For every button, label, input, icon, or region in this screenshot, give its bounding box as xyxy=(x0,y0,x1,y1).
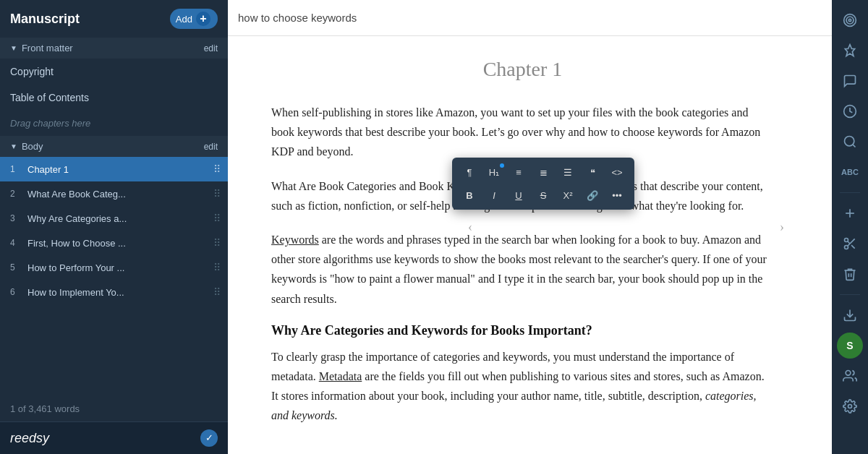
trash-icon-btn[interactable] xyxy=(837,261,863,287)
pin-icon-btn[interactable] xyxy=(837,38,863,64)
drag-handle-2[interactable]: ⠿ xyxy=(213,188,221,200)
float-toolbar-row-2: B I U S X² 🔗 ••• xyxy=(458,185,629,205)
next-arrow[interactable]: › xyxy=(771,209,793,245)
content-area: Chapter 1 When self-publishing in stores… xyxy=(228,36,832,454)
chapter-item-4[interactable]: 4 First, How to Choose ... ⠿ xyxy=(0,231,228,255)
paragraph-1: When self-publishing in stores like Amaz… xyxy=(271,103,774,162)
heading1-btn[interactable]: H₁ xyxy=(482,162,506,182)
target-icon-btn[interactable] xyxy=(837,7,863,33)
more-btn[interactable]: ••• xyxy=(605,185,629,205)
divider-1 xyxy=(840,192,860,193)
plus-icon-btn[interactable] xyxy=(837,200,863,226)
search-icon-btn[interactable] xyxy=(837,129,863,155)
chapter-item-1[interactable]: 1 Chapter 1 ⠿ xyxy=(0,157,228,181)
abc-icon-btn[interactable]: ABC xyxy=(837,159,863,185)
italic-btn[interactable]: I xyxy=(482,185,506,205)
chapter-item-6[interactable]: 6 How to Implement Yo... ⠿ xyxy=(0,280,228,304)
superscript-btn[interactable]: X² xyxy=(556,185,579,205)
front-matter-label: Front matter xyxy=(22,43,73,53)
gear-icon-btn[interactable] xyxy=(837,393,863,419)
add-button[interactable]: Add + xyxy=(170,9,218,29)
prev-arrow[interactable]: ‹ xyxy=(459,209,481,245)
front-matter-edit[interactable]: edit xyxy=(204,43,218,53)
users-icon-btn[interactable] xyxy=(837,363,863,389)
code-btn[interactable]: <> xyxy=(605,162,629,182)
svg-point-8 xyxy=(845,239,848,242)
add-label: Add xyxy=(176,14,192,25)
paragraph-btn[interactable]: ¶ xyxy=(458,162,481,182)
chapter-list: 1 Chapter 1 ⠿ 2 What Are Book Categ... ⠿… xyxy=(0,157,228,396)
search-toolbar xyxy=(228,0,832,36)
plus-icon: + xyxy=(196,12,210,26)
svg-point-9 xyxy=(845,246,848,249)
svg-point-4 xyxy=(845,137,854,146)
reedsy-logo: reedsy xyxy=(10,431,49,446)
bold-btn[interactable]: B xyxy=(458,185,481,205)
svg-point-14 xyxy=(846,371,851,376)
underline-btn[interactable]: U xyxy=(507,185,530,205)
body-label: Body xyxy=(22,141,43,152)
keywords-link: Keywords xyxy=(271,234,319,246)
svg-point-2 xyxy=(848,19,851,21)
svg-line-5 xyxy=(853,145,856,147)
chapter-item-3[interactable]: 3 Why Are Categories a... ⠿ xyxy=(0,206,228,231)
chapter-heading: Chapter 1 xyxy=(271,58,774,81)
body-collapse-icon: ▼ xyxy=(10,142,17,150)
svg-line-12 xyxy=(848,241,850,244)
message-icon-btn[interactable] xyxy=(837,68,863,94)
body-edit[interactable]: edit xyxy=(204,142,218,152)
drag-handle-1[interactable]: ⠿ xyxy=(213,163,221,175)
word-count: 1 of 3,461 words xyxy=(0,396,228,421)
divider-2 xyxy=(840,294,860,295)
body-section: ▼ Body edit xyxy=(0,136,228,157)
svg-point-1 xyxy=(846,17,854,24)
chapter-item-2[interactable]: 2 What Are Book Categ... ⠿ xyxy=(0,181,228,206)
paragraph-3: Keywords are the words and phrases typed… xyxy=(271,230,774,309)
scissors-icon-btn[interactable] xyxy=(837,231,863,257)
sidebar-item-toc[interactable]: Table of Contents xyxy=(0,85,228,111)
italic-text: categories, and keywords. xyxy=(271,390,757,421)
svg-point-15 xyxy=(848,405,852,408)
sidebar-item-copyright[interactable]: Copyright xyxy=(0,59,228,85)
sidebar-title: Manuscript xyxy=(10,12,80,27)
drag-handle-6[interactable]: ⠿ xyxy=(213,286,221,298)
align-btn[interactable]: ≡ xyxy=(507,162,530,182)
blockquote-btn[interactable]: ❝ xyxy=(581,162,604,182)
sidebar: Manuscript Add + ▼ Front matter edit Cop… xyxy=(0,0,228,454)
paragraph-4: To clearly grasp the importance of categ… xyxy=(271,347,774,426)
check-circle-icon: ✓ xyxy=(200,429,218,447)
sidebar-header: Manuscript Add + xyxy=(0,0,228,38)
right-toolbar: ABC S xyxy=(832,0,868,454)
collapse-icon: ▼ xyxy=(10,44,17,52)
clock-icon-btn[interactable] xyxy=(837,98,863,124)
link-btn[interactable]: 🔗 xyxy=(581,185,604,205)
sidebar-footer: reedsy ✓ xyxy=(0,421,228,454)
chapter-item-5[interactable]: 5 How to Perform Your ... ⠿ xyxy=(0,255,228,280)
strikethrough-btn[interactable]: S xyxy=(532,185,555,205)
metadata-link: Metadata xyxy=(319,370,362,382)
drag-handle-5[interactable]: ⠿ xyxy=(213,262,221,273)
download-icon-btn[interactable] xyxy=(837,302,863,328)
main-content: Chapter 1 When self-publishing in stores… xyxy=(228,0,832,454)
front-matter-section: ▼ Front matter edit xyxy=(0,38,228,59)
drag-handle-4[interactable]: ⠿ xyxy=(213,237,221,249)
search-input[interactable] xyxy=(238,12,822,24)
float-toolbar-row-1: ¶ H₁ ≡ ≣ ☰ ❝ <> xyxy=(458,162,629,182)
svg-line-11 xyxy=(851,245,855,249)
ordered-list-btn[interactable]: ☰ xyxy=(556,162,579,182)
user-avatar-btn[interactable]: S xyxy=(837,333,863,359)
drag-handle-3[interactable]: ⠿ xyxy=(213,213,221,224)
section-heading: Why Are Categories and Keywords for Book… xyxy=(271,323,774,338)
drag-hint: Drag chapters here xyxy=(0,111,228,136)
unordered-list-btn[interactable]: ≣ xyxy=(532,162,555,182)
float-toolbar: ¶ H₁ ≡ ≣ ☰ ❝ <> B xyxy=(452,158,634,210)
active-dot xyxy=(500,163,504,168)
svg-point-0 xyxy=(844,14,856,27)
